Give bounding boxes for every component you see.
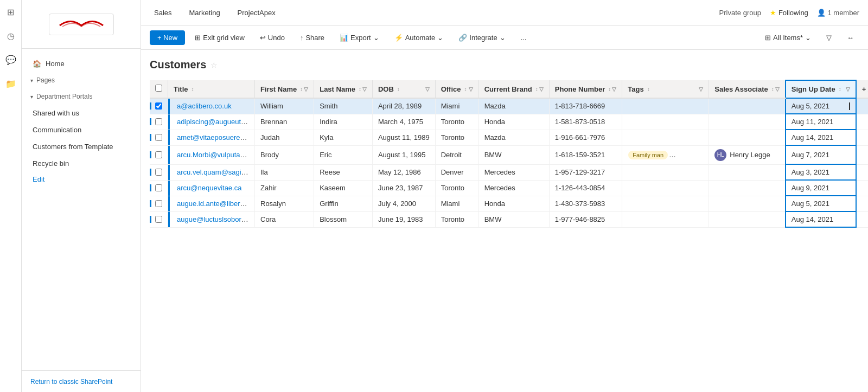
th-office[interactable]: Office ↕ ▽: [435, 80, 478, 98]
row-firstname-cell[interactable]: William: [255, 98, 314, 114]
title-link[interactable]: a@aclibero.co.uk: [174, 102, 232, 110]
top-nav-sales[interactable]: Sales: [150, 7, 176, 19]
row-signup-cell[interactable]: Aug 11, 2021: [786, 114, 856, 130]
row-associate-cell[interactable]: [709, 130, 786, 145]
row-tags-cell[interactable]: [622, 164, 709, 180]
row-signup-cell[interactable]: Aug 14, 2021: [786, 211, 856, 227]
row-brand-cell[interactable]: Mercedes: [478, 180, 549, 196]
more-button[interactable]: ...: [515, 31, 532, 44]
row-select-checkbox[interactable]: [155, 102, 162, 110]
row-signup-cell[interactable]: Aug 9, 2021: [786, 180, 856, 196]
export-button[interactable]: 📊 Export ⌄: [334, 31, 385, 44]
row-brand-cell[interactable]: Mercedes: [478, 164, 549, 180]
row-lastname-cell[interactable]: Indira: [314, 114, 373, 130]
row-signup-cell[interactable]: Aug 5, 2021: [786, 196, 856, 211]
row-phone-cell[interactable]: 1-813-718-6669: [549, 98, 622, 114]
row-tags-cell[interactable]: [622, 114, 709, 130]
row-associate-cell[interactable]: [709, 196, 786, 211]
activity-icon[interactable]: ◷: [3, 28, 18, 43]
title-link[interactable]: arcu.Morbi@vulputateduinec.edu: [174, 151, 255, 159]
favorite-star-icon[interactable]: ☆: [210, 61, 218, 69]
sidebar-item-communication[interactable]: Communication: [22, 121, 141, 138]
row-office-cell[interactable]: Detroit: [435, 145, 478, 164]
title-link[interactable]: augue.id.ante@liberomaurisaliquam.co.uk: [174, 200, 255, 208]
sidebar-item-shared[interactable]: Shared with us: [22, 105, 141, 121]
title-link[interactable]: adipiscing@augueut.ca: [174, 118, 250, 126]
row-dob-cell[interactable]: May 12, 1986: [372, 164, 435, 180]
th-firstname[interactable]: First Name ↕ ▽: [255, 80, 314, 98]
return-classic-link[interactable]: Return to classic SharePoint: [30, 378, 112, 385]
row-select-checkbox[interactable]: [155, 216, 162, 223]
title-link[interactable]: arcu@nequevitae.ca: [174, 184, 241, 192]
row-dob-cell[interactable]: July 4, 2000: [372, 196, 435, 211]
th-tags[interactable]: Tags ↕ ▽: [622, 80, 709, 98]
select-all-checkbox[interactable]: [155, 85, 162, 92]
row-office-cell[interactable]: Toronto: [435, 114, 478, 130]
row-title-cell[interactable]: adipiscing@augueut.ca: [168, 114, 255, 130]
row-office-cell[interactable]: Denver: [435, 164, 478, 180]
row-associate-cell[interactable]: [709, 211, 786, 227]
row-brand-cell[interactable]: BMW: [478, 211, 549, 227]
row-firstname-cell[interactable]: Ila: [255, 164, 314, 180]
row-tags-cell[interactable]: [622, 98, 709, 114]
row-phone-cell[interactable]: 1-430-373-5983: [549, 196, 622, 211]
new-button[interactable]: + New: [150, 30, 185, 45]
th-signup[interactable]: Sign Up Date ↕ ▽: [786, 80, 856, 98]
row-firstname-cell[interactable]: Zahir: [255, 180, 314, 196]
share-button[interactable]: ↑ Share: [295, 31, 330, 44]
title-link[interactable]: augue@luctuslsobortisClass.co.uk: [174, 215, 255, 223]
edit-columns-button[interactable]: ↔: [841, 31, 859, 44]
row-brand-cell[interactable]: Mazda: [478, 130, 549, 145]
row-phone-cell[interactable]: 1-916-661-7976: [549, 130, 622, 145]
row-office-cell[interactable]: Miami: [435, 98, 478, 114]
row-associate-cell[interactable]: [709, 114, 786, 130]
row-title-cell[interactable]: amet@vitaeposuereat.com: [168, 130, 255, 145]
row-office-cell[interactable]: Toronto: [435, 211, 478, 227]
row-phone-cell[interactable]: 1-977-946-8825: [549, 211, 622, 227]
row-title-cell[interactable]: augue@luctuslsobortisClass.co.uk: [168, 211, 255, 227]
row-brand-cell[interactable]: Honda: [478, 114, 549, 130]
title-link[interactable]: amet@vitaeposuereat.com: [174, 133, 255, 142]
row-signup-cell[interactable]: Aug 3, 2021: [786, 164, 856, 180]
row-dob-cell[interactable]: June 23, 1987: [372, 180, 435, 196]
row-lastname-cell[interactable]: Reese: [314, 164, 373, 180]
row-select-checkbox[interactable]: [155, 169, 162, 176]
row-brand-cell[interactable]: Mazda: [478, 98, 549, 114]
row-select-checkbox[interactable]: [155, 200, 162, 207]
row-select-checkbox[interactable]: [155, 118, 162, 125]
row-tags-cell[interactable]: [622, 180, 709, 196]
row-select-checkbox[interactable]: [155, 151, 162, 158]
row-phone-cell[interactable]: 1-957-129-3217: [549, 164, 622, 180]
row-dob-cell[interactable]: August 11, 1989: [372, 130, 435, 145]
sidebar-item-customers-template[interactable]: Customers from Template: [22, 138, 141, 155]
row-select-checkbox[interactable]: [155, 184, 162, 191]
row-title-cell[interactable]: augue.id.ante@liberomaurisaliquam.co.uk: [168, 196, 255, 211]
row-lastname-cell[interactable]: Blossom: [314, 211, 373, 227]
row-title-cell[interactable]: arcu@nequevitae.ca: [168, 180, 255, 196]
sidebar-edit-link[interactable]: Edit: [22, 172, 141, 187]
home-icon[interactable]: ⊞: [3, 4, 18, 20]
row-phone-cell[interactable]: 1-126-443-0854: [549, 180, 622, 196]
row-select-checkbox[interactable]: [155, 134, 162, 141]
sidebar-item-home[interactable]: 🏠 Home: [22, 55, 141, 72]
row-dob-cell[interactable]: June 19, 1983: [372, 211, 435, 227]
files-icon[interactable]: 📁: [3, 76, 18, 91]
exit-grid-view-button[interactable]: ⊞ Exit grid view: [189, 31, 250, 44]
row-firstname-cell[interactable]: Rosalyn: [255, 196, 314, 211]
row-lastname-cell[interactable]: Smith: [314, 98, 373, 114]
row-signup-cell[interactable]: Aug 14, 2021: [786, 130, 856, 145]
row-brand-cell[interactable]: Honda: [478, 196, 549, 211]
filter-button[interactable]: ▽: [821, 31, 837, 44]
pages-section-header[interactable]: ▾ Pages: [22, 72, 141, 88]
row-firstname-cell[interactable]: Brennan: [255, 114, 314, 130]
row-phone-cell[interactable]: 1-618-159-3521: [549, 145, 622, 164]
top-nav-marketing[interactable]: Marketing: [185, 7, 225, 19]
department-portals-header[interactable]: ▾ Department Portals: [22, 88, 141, 105]
chat-icon[interactable]: 💬: [3, 52, 18, 67]
row-title-cell[interactable]: a@aclibero.co.uk: [168, 98, 255, 114]
th-phone[interactable]: Phone Number ↕ ▽: [549, 80, 622, 98]
row-lastname-cell[interactable]: Eric: [314, 145, 373, 164]
following-button[interactable]: ★ Following: [770, 9, 808, 17]
row-firstname-cell[interactable]: Cora: [255, 211, 314, 227]
th-dob[interactable]: DOB ↕ ▽: [372, 80, 435, 98]
